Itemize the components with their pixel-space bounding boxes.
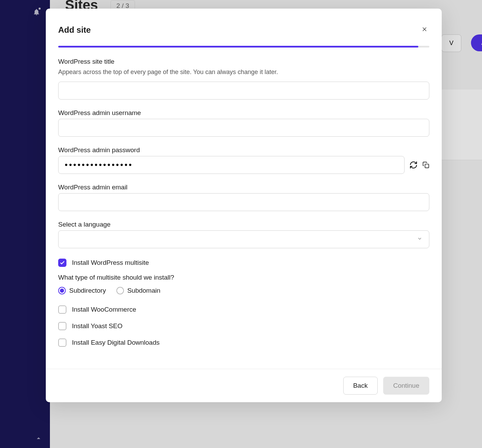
subdirectory-label: Subdirectory (69, 287, 106, 294)
copy-password-button[interactable] (422, 162, 429, 168)
close-button[interactable] (420, 24, 429, 35)
admin-email-label: WordPress admin email (58, 184, 429, 191)
language-select[interactable] (58, 230, 429, 248)
install-edd-label: Install Easy Digital Downloads (72, 339, 160, 346)
site-title-input[interactable] (58, 82, 429, 100)
install-multisite-checkbox[interactable] (58, 259, 66, 267)
regenerate-password-button[interactable] (409, 161, 418, 169)
site-title-help: Appears across the top of every page of … (58, 67, 429, 77)
site-title-label: WordPress site title (58, 58, 429, 65)
modal-title: Add site (58, 25, 91, 35)
back-button[interactable]: Back (343, 377, 378, 395)
modal-header: Add site (46, 9, 442, 42)
install-woocommerce-label: Install WooCommerce (72, 306, 136, 313)
admin-username-label: WordPress admin username (58, 109, 429, 117)
modal-footer: Back Continue (46, 369, 442, 402)
multisite-type-question: What type of multisite should we install… (58, 274, 429, 281)
svg-rect-2 (425, 164, 429, 168)
admin-email-input[interactable] (58, 193, 429, 211)
subdomain-radio[interactable] (116, 287, 124, 294)
install-yoast-checkbox[interactable] (58, 322, 66, 330)
admin-password-input[interactable] (58, 156, 405, 174)
install-edd-checkbox[interactable] (58, 338, 66, 347)
add-site-modal: Add site WordPress site title Appears ac… (46, 9, 442, 402)
install-yoast-label: Install Yoast SEO (72, 322, 123, 330)
admin-password-label: WordPress admin password (58, 146, 429, 154)
install-multisite-label: Install WordPress multisite (72, 259, 149, 267)
language-label: Select a language (58, 221, 429, 228)
admin-username-input[interactable] (58, 119, 429, 137)
subdirectory-radio[interactable] (58, 287, 66, 294)
subdomain-label: Subdomain (127, 287, 160, 294)
install-woocommerce-checkbox[interactable] (58, 305, 66, 314)
continue-button[interactable]: Continue (383, 377, 429, 395)
